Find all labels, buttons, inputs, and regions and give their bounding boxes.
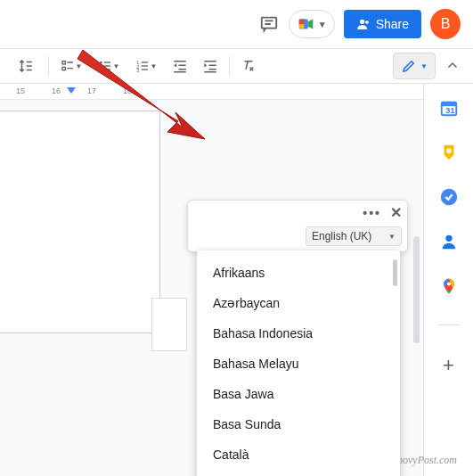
doc-page — [0, 111, 160, 333]
language-selector[interactable]: English (UK) ▼ — [306, 226, 402, 246]
clear-formatting-button[interactable] — [233, 53, 264, 79]
svg-rect-26 — [204, 71, 216, 73]
svg-point-8 — [100, 65, 102, 68]
comment-history-icon[interactable] — [258, 13, 280, 35]
toolbar: ▼ ▼ 123 ▼ ▼ — [0, 48, 473, 84]
svg-rect-20 — [179, 65, 186, 67]
editing-mode-button[interactable]: ▼ — [393, 53, 436, 79]
keep-icon[interactable] — [439, 143, 459, 162]
language-option[interactable]: Bahasa Melayu — [197, 349, 400, 379]
document-canvas[interactable]: 15 16 17 18 ••• ✕ English (UK) ▼ Afrikaa… — [0, 84, 423, 476]
svg-rect-2 — [298, 20, 304, 25]
tasks-icon[interactable] — [439, 187, 459, 207]
svg-rect-12 — [103, 69, 110, 70]
meet-icon — [297, 14, 316, 34]
language-option[interactable]: Català — [197, 439, 400, 470]
contacts-icon[interactable] — [439, 232, 459, 251]
svg-point-32 — [445, 235, 452, 242]
svg-point-9 — [100, 69, 102, 71]
ruler[interactable]: 15 16 17 18 — [0, 84, 423, 100]
checklist-button[interactable]: ▼ — [53, 53, 90, 79]
svg-rect-18 — [141, 69, 147, 70]
decrease-indent-button[interactable] — [165, 53, 195, 79]
svg-point-30 — [446, 148, 452, 153]
share-label: Share — [376, 17, 409, 31]
svg-rect-10 — [103, 62, 110, 62]
svg-point-7 — [100, 62, 102, 64]
panel-scrollbar[interactable] — [413, 236, 420, 343]
calendar-icon[interactable]: 31 — [439, 98, 459, 118]
translation-panel: ••• ✕ English (UK) ▼ Afrikaans Azərbayca… — [187, 200, 408, 252]
svg-text:31: 31 — [445, 106, 454, 115]
svg-rect-0 — [261, 18, 276, 29]
language-option[interactable]: Azərbaycan — [197, 288, 400, 318]
svg-rect-28 — [441, 103, 456, 107]
svg-rect-23 — [204, 61, 216, 62]
svg-rect-6 — [62, 67, 65, 70]
svg-rect-21 — [179, 69, 186, 70]
svg-point-33 — [446, 282, 450, 285]
more-options-icon[interactable]: ••• — [363, 206, 381, 220]
svg-rect-16 — [141, 62, 147, 62]
increase-indent-button[interactable] — [195, 53, 225, 79]
user-avatar[interactable]: B — [430, 9, 461, 39]
svg-rect-19 — [174, 61, 186, 62]
language-dropdown: Afrikaans Azərbaycan Bahasa Indonesia Ba… — [197, 250, 400, 476]
language-option[interactable]: Afrikaans — [197, 258, 400, 288]
svg-rect-11 — [103, 65, 110, 66]
bulleted-list-button[interactable]: ▼ — [90, 53, 127, 79]
line-spacing-button[interactable] — [7, 53, 45, 79]
meet-button[interactable]: ▼ — [289, 10, 335, 38]
svg-rect-17 — [141, 65, 147, 66]
indent-marker-icon[interactable] — [67, 87, 76, 96]
chevron-down-icon: ▼ — [318, 20, 327, 29]
scrollbar-thumb[interactable] — [393, 259, 397, 286]
person-add-icon — [356, 17, 371, 31]
svg-rect-5 — [62, 62, 65, 64]
svg-rect-22 — [174, 71, 186, 73]
svg-rect-3 — [298, 24, 304, 29]
top-header: ▼ Share B — [0, 0, 473, 48]
close-icon[interactable]: ✕ — [390, 204, 402, 221]
maps-icon[interactable] — [439, 276, 459, 296]
doc-page-edge — [151, 298, 187, 351]
language-option[interactable]: Čeština — [197, 470, 400, 476]
share-button[interactable]: Share — [344, 10, 421, 38]
svg-rect-25 — [209, 69, 216, 70]
numbered-list-button[interactable]: 123 ▼ — [127, 53, 165, 79]
language-option[interactable]: Basa Jawa — [197, 379, 400, 409]
svg-text:3: 3 — [136, 68, 139, 73]
svg-rect-24 — [209, 65, 216, 67]
language-option[interactable]: Bahasa Indonesia — [197, 318, 400, 349]
collapse-button[interactable] — [441, 54, 464, 78]
chevron-down-icon: ▼ — [388, 233, 396, 241]
language-option[interactable]: Basa Sunda — [197, 409, 400, 439]
add-addon-button[interactable]: + — [443, 354, 454, 377]
svg-point-4 — [360, 20, 364, 24]
side-panel: 31 + — [423, 84, 473, 476]
